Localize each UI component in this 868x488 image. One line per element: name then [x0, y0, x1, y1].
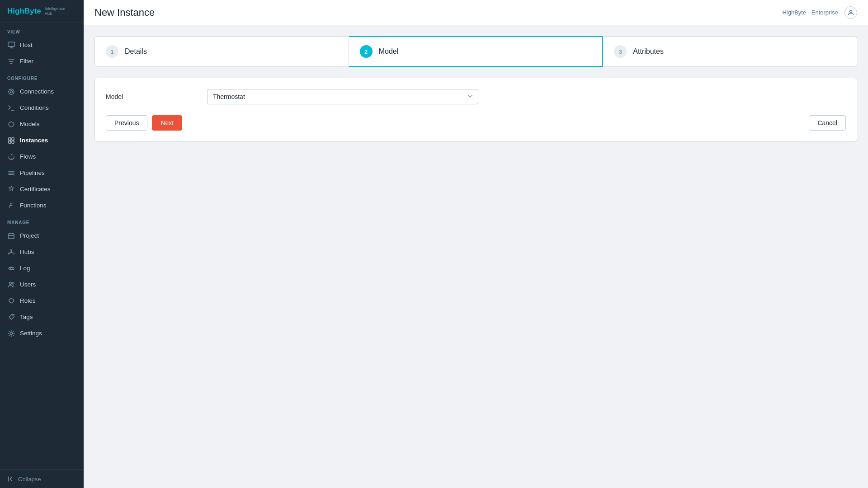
sidebar-item-log-label: Log: [20, 265, 30, 272]
logo-main: HighByte: [7, 7, 41, 16]
sidebar-item-project[interactable]: Project: [0, 228, 84, 244]
wizard-step-attributes[interactable]: 3 Attributes: [603, 36, 857, 67]
topbar-right: HighByte - Enterprise: [782, 6, 857, 19]
models-icon: [7, 120, 15, 128]
svg-rect-5: [9, 141, 11, 143]
sidebar-item-models[interactable]: Models: [0, 116, 84, 132]
sidebar-item-host-label: Host: [20, 42, 33, 48]
sidebar-item-filter[interactable]: Filter: [0, 53, 84, 70]
page-title: New Instance: [94, 7, 155, 19]
enterprise-label: HighByte - Enterprise: [782, 9, 838, 16]
conditions-icon: [7, 104, 15, 112]
form-panel: Model Thermostat Sensor Actuator Control…: [94, 78, 857, 142]
sidebar-item-conditions[interactable]: Conditions: [0, 100, 84, 116]
sidebar-item-roles[interactable]: Roles: [0, 293, 84, 309]
svg-point-13: [9, 282, 12, 284]
sidebar-item-instances-label: Instances: [20, 137, 48, 144]
svg-point-15: [13, 315, 14, 316]
wizard-steps: 1 Details 2 Model 3 Attributes: [94, 36, 857, 67]
sidebar-item-settings-label: Settings: [20, 330, 42, 337]
svg-rect-7: [9, 234, 14, 239]
sidebar-item-roles-label: Roles: [20, 297, 36, 304]
svg-rect-3: [9, 138, 11, 140]
step-label-attributes: Attributes: [633, 47, 664, 56]
manage-section-label: MANAGE: [0, 214, 84, 228]
model-form-row: Model Thermostat Sensor Actuator Control…: [106, 89, 846, 104]
svg-point-12: [10, 267, 12, 269]
svg-rect-4: [12, 138, 14, 140]
configure-section-label: CONFIGURE: [0, 70, 84, 84]
svg-point-16: [10, 332, 13, 334]
svg-point-2: [10, 90, 13, 93]
tags-icon: [7, 313, 15, 321]
sidebar-item-models-label: Models: [20, 121, 40, 127]
svg-point-17: [850, 10, 852, 13]
wizard-step-model[interactable]: 2 Model: [349, 36, 604, 67]
sidebar-logo: HighByte Intelligence Hub: [0, 0, 84, 23]
sidebar-item-certificates[interactable]: Certificates: [0, 181, 84, 197]
collapse-button[interactable]: Collapse: [0, 469, 84, 488]
svg-point-8: [10, 251, 12, 253]
svg-point-11: [9, 253, 10, 254]
sidebar-item-pipelines-label: Pipelines: [20, 169, 45, 176]
user-avatar[interactable]: [844, 6, 857, 19]
svg-point-10: [13, 253, 14, 254]
sidebar-item-functions[interactable]: Functions: [0, 197, 84, 214]
wizard-step-details[interactable]: 1 Details: [94, 36, 349, 67]
model-select[interactable]: Thermostat Sensor Actuator Controller: [207, 89, 478, 104]
sidebar-item-filter-label: Filter: [20, 58, 33, 65]
sidebar-item-instances[interactable]: Instances: [0, 132, 84, 149]
topbar: New Instance HighByte - Enterprise: [84, 0, 868, 25]
sidebar-item-project-label: Project: [20, 232, 39, 239]
flows-icon: [7, 153, 15, 161]
sidebar-item-tags-label: Tags: [20, 314, 33, 320]
action-row: Previous Next Cancel: [106, 115, 846, 131]
sidebar-item-users-label: Users: [20, 281, 36, 288]
svg-rect-0: [8, 42, 14, 47]
instances-icon: [7, 136, 15, 145]
model-field-label: Model: [106, 93, 196, 100]
sidebar-item-hubs[interactable]: Hubs: [0, 244, 84, 260]
settings-icon: [7, 329, 15, 338]
sidebar-item-users[interactable]: Users: [0, 277, 84, 293]
users-icon: [7, 281, 15, 289]
step-label-model: Model: [379, 47, 399, 56]
roles-icon: [7, 297, 15, 305]
sidebar-item-settings[interactable]: Settings: [0, 325, 84, 342]
sidebar-item-certificates-label: Certificates: [20, 186, 51, 192]
hubs-icon: [7, 248, 15, 256]
sidebar-item-hubs-label: Hubs: [20, 249, 34, 255]
step-label-details: Details: [125, 47, 147, 56]
svg-point-9: [11, 249, 12, 250]
host-icon: [7, 41, 15, 49]
svg-point-14: [12, 282, 14, 284]
collapse-icon: [7, 475, 14, 483]
sidebar-item-connections-label: Connections: [20, 88, 54, 95]
connections-icon: [7, 88, 15, 96]
project-icon: [7, 232, 15, 240]
previous-button[interactable]: Previous: [106, 115, 147, 131]
model-select-wrapper: Thermostat Sensor Actuator Controller: [207, 89, 478, 104]
sidebar: HighByte Intelligence Hub VIEW Host Filt…: [0, 0, 84, 488]
sidebar-item-connections[interactable]: Connections: [0, 84, 84, 100]
next-button[interactable]: Next: [152, 115, 182, 131]
svg-rect-6: [12, 141, 14, 143]
sidebar-item-pipelines[interactable]: Pipelines: [0, 165, 84, 181]
svg-point-1: [9, 89, 14, 94]
sidebar-item-conditions-label: Conditions: [20, 104, 49, 111]
filter-icon: [7, 57, 15, 66]
collapse-label: Collapse: [18, 476, 41, 483]
sidebar-item-log[interactable]: Log: [0, 260, 84, 277]
view-section-label: VIEW: [0, 23, 84, 37]
nav-buttons: Previous Next: [106, 115, 182, 131]
sidebar-item-functions-label: Functions: [20, 202, 47, 209]
content-area: 1 Details 2 Model 3 Attributes Model: [84, 25, 868, 488]
sidebar-item-tags[interactable]: Tags: [0, 309, 84, 325]
sidebar-item-host[interactable]: Host: [0, 37, 84, 53]
sidebar-item-flows[interactable]: Flows: [0, 149, 84, 165]
cancel-button[interactable]: Cancel: [809, 115, 846, 131]
certificates-icon: [7, 185, 15, 193]
sidebar-item-flows-label: Flows: [20, 153, 36, 160]
step-number-model: 2: [360, 45, 373, 58]
main-content: New Instance HighByte - Enterprise 1 Det…: [84, 0, 868, 488]
